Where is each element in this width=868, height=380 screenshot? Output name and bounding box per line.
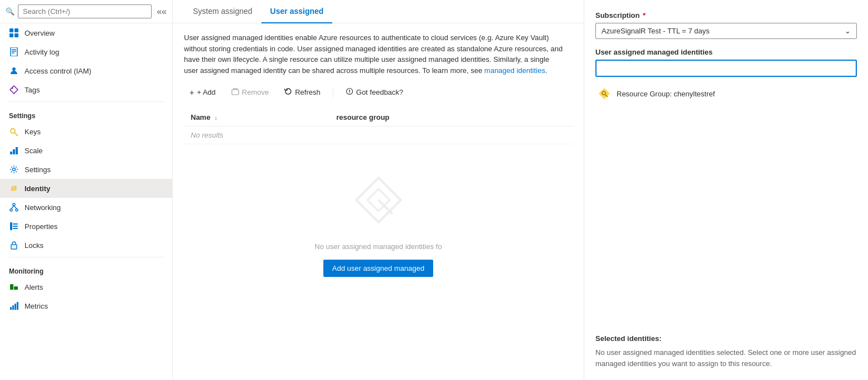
svg-rect-25	[13, 228, 18, 229]
svg-rect-26	[11, 245, 17, 249]
bell-icon	[9, 282, 19, 292]
sidebar-item-overview-label: Overview	[25, 29, 55, 37]
svg-rect-13	[13, 149, 15, 154]
search-icon: 🔍	[6, 7, 14, 16]
no-results-text: No results	[184, 126, 573, 144]
svg-point-15	[13, 168, 16, 171]
svg-rect-29	[10, 307, 12, 310]
add-user-assigned-button[interactable]: Add user assigned managed	[323, 260, 434, 277]
svg-rect-23	[13, 223, 18, 225]
scale-icon	[9, 145, 19, 155]
remove-label: Remove	[242, 88, 269, 96]
svg-rect-12	[10, 152, 12, 154]
sidebar-item-activity-log[interactable]: Activity log	[0, 42, 172, 61]
svg-rect-32	[17, 302, 18, 310]
sidebar-item-alerts-label: Alerts	[25, 283, 43, 291]
svg-line-20	[11, 206, 14, 209]
selected-identities-label: Selected identities:	[595, 334, 857, 343]
empty-state: No user assigned managed identities fo A…	[184, 144, 573, 299]
selected-description-text: No user assigned managed identities sele…	[595, 347, 857, 369]
tab-user-assigned-label: User assigned	[270, 7, 324, 16]
svg-rect-27	[10, 284, 13, 290]
sidebar-item-tags-label: Tags	[25, 86, 40, 94]
monitoring-section-label: Monitoring	[0, 260, 172, 277]
svg-marker-43	[599, 88, 610, 99]
add-button[interactable]: + + Add	[184, 85, 221, 100]
dropdown-chevron-icon: ⌄	[845, 27, 851, 35]
settings-section-label: Settings	[0, 104, 172, 122]
sidebar-item-networking[interactable]: Networking	[0, 198, 172, 217]
identities-search-input[interactable]	[595, 60, 857, 77]
svg-point-17	[13, 203, 15, 206]
doc-icon	[9, 47, 19, 57]
sidebar-item-access-control-label: Access control (IAM)	[25, 67, 91, 75]
identity-icon	[9, 183, 19, 193]
trash-icon	[231, 87, 239, 97]
empty-state-icon	[345, 167, 412, 233]
sidebar-item-metrics[interactable]: Metrics	[0, 296, 172, 315]
svg-rect-22	[10, 222, 12, 230]
table-col-name: Name ↕	[184, 109, 329, 126]
svg-rect-1	[14, 28, 18, 32]
svg-rect-14	[16, 147, 18, 154]
sidebar-item-properties[interactable]: Properties	[0, 217, 172, 236]
lock-icon	[9, 240, 19, 250]
empty-state-text: No user assigned managed identities fo	[314, 242, 442, 251]
identity-resource-group-label: Resource Group: chenyltestref	[617, 90, 715, 98]
sort-icon-name[interactable]: ↕	[215, 115, 217, 121]
sidebar-item-identity[interactable]: Identity	[0, 179, 172, 198]
grid-icon	[9, 28, 19, 38]
sidebar-item-scale[interactable]: Scale	[0, 141, 172, 160]
search-bar: 🔍 ««	[0, 0, 172, 23]
key-icon	[9, 126, 19, 137]
sidebar-item-activity-log-label: Activity log	[25, 48, 59, 56]
description-text: User assigned managed identities enable …	[184, 32, 563, 76]
svg-point-10	[11, 129, 15, 133]
search-input[interactable]	[18, 4, 152, 18]
content-area: User assigned managed identities enable …	[173, 23, 584, 380]
svg-rect-4	[11, 47, 17, 56]
sidebar-item-tags[interactable]: Tags	[0, 80, 172, 99]
subscription-label: Subscription *	[595, 11, 857, 20]
refresh-label: Refresh	[295, 88, 321, 96]
sidebar-item-properties-label: Properties	[25, 222, 57, 231]
sidebar-item-settings[interactable]: Settings	[0, 160, 172, 179]
svg-rect-3	[14, 33, 18, 37]
tab-system-assigned[interactable]: System assigned	[184, 0, 261, 23]
sidebar-item-keys-label: Keys	[25, 128, 41, 136]
identities-label: User assigned managed identities	[595, 48, 857, 56]
tag-icon	[9, 85, 19, 95]
sidebar-item-keys[interactable]: Keys	[0, 122, 172, 141]
add-label: + Add	[197, 88, 216, 96]
tab-user-assigned[interactable]: User assigned	[261, 0, 333, 23]
feedback-button[interactable]: Got feedback?	[340, 85, 409, 100]
identity-list-item[interactable]: Resource Group: chenyltestref	[595, 84, 857, 104]
network-icon	[9, 202, 19, 212]
sidebar-item-networking-label: Networking	[25, 203, 61, 212]
svg-point-39	[349, 92, 350, 94]
sidebar-item-identity-label: Identity	[25, 184, 50, 193]
subscription-dropdown[interactable]: AzureSignalR Test - TTL = 7 days ⌄	[595, 23, 857, 39]
key-yellow-icon	[598, 87, 611, 100]
svg-point-8	[12, 67, 16, 71]
person-icon	[9, 66, 19, 76]
tab-system-assigned-label: System assigned	[193, 7, 253, 16]
refresh-button[interactable]: Refresh	[279, 85, 326, 100]
right-panel: Subscription * AzureSignalR Test - TTL =…	[584, 0, 868, 380]
svg-line-11	[14, 133, 18, 136]
sidebar-item-scale-label: Scale	[25, 147, 43, 155]
svg-rect-31	[14, 304, 16, 310]
remove-button[interactable]: Remove	[226, 85, 274, 100]
sidebar-item-access-control[interactable]: Access control (IAM)	[0, 61, 172, 80]
sidebar-item-settings-label: Settings	[25, 165, 51, 174]
description-link[interactable]: managed identities	[484, 66, 545, 75]
sidebar-item-overview[interactable]: Overview	[0, 23, 172, 42]
selected-section: Selected identities: No user assigned ma…	[595, 325, 857, 369]
sidebar-item-locks[interactable]: Locks	[0, 236, 172, 255]
toolbar: + + Add Remove Refresh Got feedb	[184, 85, 573, 100]
sidebar-item-metrics-label: Metrics	[25, 302, 48, 310]
table-col-resource-group: resource group	[329, 109, 573, 126]
svg-rect-28	[14, 286, 18, 290]
sidebar-item-alerts[interactable]: Alerts	[0, 277, 172, 296]
collapse-button[interactable]: ««	[157, 7, 167, 17]
